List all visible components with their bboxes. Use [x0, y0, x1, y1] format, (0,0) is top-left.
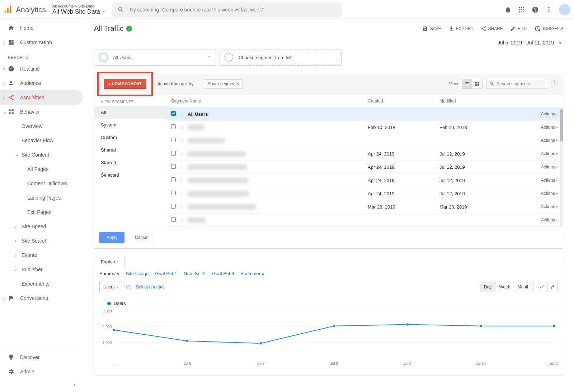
nav-discover[interactable]: Discover [0, 350, 83, 364]
segment-actions-menu[interactable]: Actions [511, 138, 558, 143]
apps-grid-icon[interactable] [518, 6, 525, 13]
segment-filter-starred[interactable]: Starred [94, 156, 166, 169]
nav-exit-pages[interactable]: Exit Pages [0, 205, 83, 219]
segment-actions-menu[interactable]: Actions [511, 217, 558, 223]
nav-content-drilldown[interactable]: Content Drilldown [0, 176, 83, 191]
segment-row[interactable]: ☆hidden segment six name xxxApr 24, 2019… [166, 187, 563, 200]
star-icon[interactable]: ☆ [179, 124, 184, 130]
segment-row[interactable]: ☆hidden segment five name xxApr 24, 2019… [166, 174, 563, 187]
account-name-dropdown[interactable]: All Web Site Data [52, 8, 105, 15]
cancel-button[interactable]: Cancel [129, 232, 154, 243]
col-segment-name[interactable]: Segment Name [171, 99, 368, 104]
nav-site-speed[interactable]: ›Site Speed [0, 219, 83, 234]
segment-row[interactable]: ☆hidden 8Actions [166, 214, 563, 227]
nav-publisher[interactable]: ›Publisher [0, 262, 83, 277]
nav-behavior-flow[interactable]: Behavior Flow [0, 133, 83, 148]
share-segments-link[interactable]: Share segments [204, 79, 243, 89]
star-icon[interactable]: ☆ [179, 151, 184, 157]
segment-chip-add[interactable]: Choose segment from list [220, 49, 342, 66]
segment-row[interactable]: ☆hidden1Feb 10, 2018Feb 10, 2018Actions [166, 121, 563, 134]
nav-site-content[interactable]: ⌄Site Content [0, 148, 83, 162]
nav-all-pages[interactable]: All Pages [0, 162, 83, 176]
star-icon[interactable]: ☆ [179, 217, 184, 223]
user-avatar[interactable] [559, 4, 570, 15]
nav-admin[interactable]: Admin [0, 364, 83, 379]
segment-checkbox[interactable] [171, 217, 176, 222]
explorer-tab[interactable]: Explorer [94, 256, 125, 267]
import-from-gallery-link[interactable]: Import from gallery [154, 80, 197, 88]
period-day[interactable]: Day [480, 282, 495, 292]
col-created[interactable]: Created [368, 99, 439, 104]
segment-checkbox[interactable] [171, 151, 176, 156]
star-icon[interactable]: ☆ [179, 177, 184, 183]
account-selector[interactable]: All accounts > Site Data All Web Site Da… [52, 4, 105, 15]
help-icon[interactable]: ? [551, 80, 558, 87]
nav-acquisition[interactable]: Acquisition [0, 90, 83, 105]
subtab-site-usage[interactable]: Site Usage [126, 271, 149, 276]
segment-checkbox[interactable] [171, 177, 176, 182]
apply-button[interactable]: Apply [99, 232, 124, 243]
segment-row[interactable]: ☆hidden segment 2Actions [166, 134, 563, 147]
subtab-ecommerce[interactable]: Ecommerce [241, 271, 265, 276]
collapse-nav-icon[interactable]: ‹ [0, 379, 83, 392]
nav-landing-pages[interactable]: Landing Pages [0, 191, 83, 205]
nav-audience[interactable]: Audience [0, 76, 83, 90]
share-button[interactable]: SHARE [481, 25, 503, 32]
segment-checkbox[interactable] [171, 111, 176, 116]
nav-site-search[interactable]: ›Site Search [0, 234, 83, 248]
subtab-goal-set-3[interactable]: Goal Set 3 [212, 271, 234, 276]
segment-checkbox[interactable] [171, 204, 176, 209]
segment-row[interactable]: ☆hidden segment three nameApr 24, 2019Ju… [166, 147, 563, 161]
segment-checkbox[interactable] [171, 138, 176, 142]
insights-button[interactable]: INSIGHTS [535, 25, 563, 32]
star-icon[interactable]: ☆ [179, 111, 184, 117]
segment-filter-all[interactable]: All [94, 106, 166, 119]
segment-filter-system[interactable]: System [94, 119, 166, 131]
segment-row[interactable]: ☆All UsersActions [166, 107, 563, 121]
period-month[interactable]: Month [514, 282, 533, 292]
star-icon[interactable]: ☆ [179, 164, 184, 170]
star-icon[interactable]: ☆ [179, 138, 184, 143]
segment-actions-menu[interactable]: Actions [511, 164, 558, 169]
segment-actions-menu[interactable]: Actions [511, 191, 558, 196]
search-input[interactable] [129, 7, 337, 13]
table-scrollbar[interactable] [560, 109, 563, 227]
grid-view-button[interactable] [472, 79, 482, 89]
nav-behavior-overview[interactable]: Overview [0, 119, 83, 133]
date-range-selector[interactable]: Jul 5, 2019 - Jul 11, 2019 ▾ [83, 38, 574, 49]
segment-actions-menu[interactable]: Actions [511, 111, 558, 116]
star-icon[interactable]: ☆ [179, 191, 184, 196]
nav-experiments[interactable]: Experiments [0, 277, 83, 291]
star-icon[interactable]: ☆ [179, 204, 184, 210]
new-segment-button[interactable]: + NEW SEGMENT [104, 79, 146, 89]
notifications-icon[interactable] [504, 6, 512, 13]
segment-actions-menu[interactable]: Actions [511, 125, 558, 130]
primary-metric-selector[interactable]: Users▾ [99, 282, 122, 292]
subtab-goal-set-1[interactable]: Goal Set 1 [155, 271, 177, 276]
segment-filter-shared[interactable]: Shared [94, 144, 166, 156]
help-icon[interactable] [532, 6, 539, 13]
save-button[interactable]: SAVE [422, 25, 441, 32]
col-modified[interactable]: Modified [439, 99, 511, 104]
list-view-button[interactable] [462, 79, 472, 89]
nav-realtime[interactable]: Realtime [0, 62, 83, 76]
export-button[interactable]: EXPORT [448, 25, 474, 32]
global-search[interactable] [112, 3, 342, 17]
segment-actions-menu[interactable]: Actions [511, 204, 558, 209]
segment-row[interactable]: ☆hidden segment four name xApr 24, 2019J… [166, 161, 563, 174]
segment-row[interactable]: ☆hidden segment seven long labelMar 28, … [166, 200, 563, 214]
segment-checkbox[interactable] [171, 191, 176, 195]
nav-behavior[interactable]: Behavior [0, 105, 83, 119]
subtab-goal-set-2[interactable]: Goal Set 2 [184, 271, 206, 276]
segment-filter-selected[interactable]: Selected [94, 169, 166, 181]
segment-actions-menu[interactable]: Actions [511, 178, 558, 183]
nav-conversions[interactable]: Conversions [0, 291, 83, 305]
segment-checkbox[interactable] [171, 124, 176, 129]
period-week[interactable]: Week [495, 282, 514, 292]
search-segments-input[interactable]: Search segments [486, 79, 547, 89]
segment-chip-all-users[interactable]: All Users ⌄ [94, 49, 216, 66]
segment-filter-custom[interactable]: Custom [94, 131, 166, 144]
segment-checkbox[interactable] [171, 164, 176, 169]
nav-customization[interactable]: Customization [0, 35, 83, 49]
motion-chart-button[interactable] [547, 282, 558, 292]
